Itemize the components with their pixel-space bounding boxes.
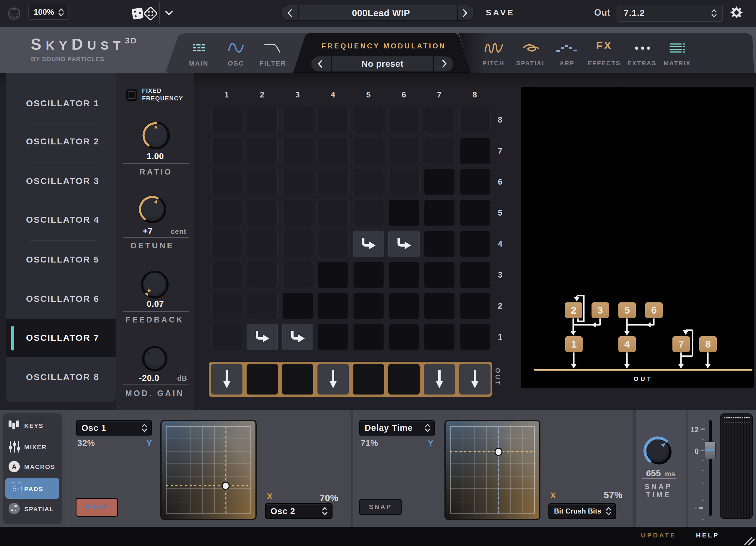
svg-text:A: A — [12, 463, 17, 470]
